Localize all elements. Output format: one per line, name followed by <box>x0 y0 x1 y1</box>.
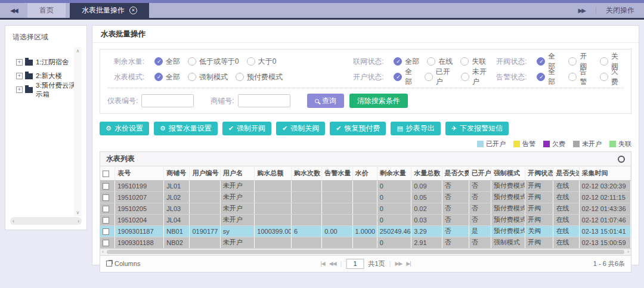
column-header[interactable]: 购水次数 <box>291 166 321 180</box>
table-cell: 预付费模式 <box>491 180 525 191</box>
scroll-left-icon[interactable]: ‹ <box>100 249 106 255</box>
row-checkbox[interactable] <box>103 206 109 212</box>
radio-button[interactable] <box>425 73 433 81</box>
select-all-checkbox[interactable] <box>103 171 109 177</box>
action-button[interactable]: ✔强制开阀 <box>222 122 271 135</box>
column-header[interactable]: 用户名 <box>220 166 255 180</box>
refresh-icon[interactable] <box>618 156 625 163</box>
last-page-icon[interactable]: ▶| <box>406 261 410 267</box>
table-cell <box>322 191 352 203</box>
table-cell: 否 <box>442 203 469 214</box>
action-button[interactable]: ⚙报警水量设置 <box>154 122 218 135</box>
tab-home[interactable]: 首页 <box>27 3 66 18</box>
shop-no-input[interactable] <box>238 94 290 107</box>
column-header[interactable]: 商铺号 <box>164 166 190 180</box>
scroll-down-icon[interactable]: ∨ <box>76 210 80 215</box>
tab-close-icon[interactable]: × <box>129 7 137 14</box>
radio-button[interactable] <box>154 57 163 66</box>
radio-button[interactable] <box>247 57 255 66</box>
tree-horizontal-scrollbar[interactable]: ‹› <box>10 217 82 225</box>
column-header[interactable]: 水量总数 <box>411 166 442 180</box>
tree-node[interactable]: +3:预付费云演示箱 <box>16 83 82 97</box>
scroll-up-icon[interactable]: ∧ <box>76 48 80 54</box>
column-header[interactable]: 是否失连 <box>553 166 579 180</box>
column-header[interactable]: 强制模式 <box>491 166 525 180</box>
radio-button[interactable] <box>188 73 196 81</box>
column-header[interactable]: 购水总额 <box>255 166 292 180</box>
radio-button[interactable] <box>394 57 402 66</box>
action-button[interactable]: ▤抄表导出 <box>391 122 440 135</box>
action-button-label: 水价设置 <box>114 123 143 134</box>
radio-button[interactable] <box>600 57 608 66</box>
area-tree-wrap: +1:江阴宿舍+2:新大楼+3:预付费云演示箱 ∧∨ ‹› <box>10 47 82 225</box>
column-header[interactable]: 是否欠费 <box>442 166 469 180</box>
radio-button[interactable] <box>188 57 196 66</box>
action-button[interactable]: ✈下发报警短信 <box>445 122 509 135</box>
action-button[interactable]: ⚙水价设置 <box>100 122 149 135</box>
first-page-icon[interactable]: |◀ <box>320 261 324 267</box>
close-operations-button[interactable]: 关闭操作 <box>596 5 644 16</box>
expand-icon[interactable]: + <box>16 73 23 79</box>
table-cell <box>322 203 352 214</box>
column-header[interactable]: 开阀状态 <box>525 166 553 180</box>
search-button[interactable]: 查询 <box>307 94 344 108</box>
radio-button[interactable] <box>236 73 244 81</box>
expand-icon[interactable]: + <box>16 86 23 93</box>
column-header[interactable]: 采集时间 <box>579 166 630 180</box>
radio-button[interactable] <box>460 57 469 66</box>
top-tab-bar: ◀◀ 首页 水表批量操作 × ▶▶ 关闭操作 <box>0 0 644 20</box>
table-row[interactable]: 19510204JL04未开户00.03否否预付费模式开阀在线02-12 01:… <box>100 214 631 225</box>
action-button[interactable]: ✔恢复预付费 <box>330 122 386 135</box>
columns-button[interactable]: Columns <box>106 260 140 267</box>
table-cell: 2.91 <box>411 237 442 248</box>
clear-search-button[interactable]: 清除搜索条件 <box>349 94 408 108</box>
table-cell <box>190 180 220 191</box>
radio-button[interactable] <box>568 57 577 66</box>
status-legend: 已开户告警欠费未开户失联 <box>100 140 631 148</box>
column-header[interactable]: 用户编号 <box>190 166 220 180</box>
radio-button[interactable] <box>461 73 469 81</box>
table-row[interactable]: 1909301187NB010190177sy1000399.0060.001.… <box>100 225 631 237</box>
scroll-right-icon[interactable]: › <box>626 249 631 255</box>
expand-icon[interactable]: + <box>16 59 23 66</box>
scrollbar-thumb[interactable] <box>107 250 624 254</box>
column-header[interactable]: 告警水量 <box>322 166 352 180</box>
row-checkbox[interactable] <box>103 194 109 201</box>
column-header[interactable]: 剩余水量 <box>377 166 411 180</box>
radio-button[interactable] <box>427 57 435 66</box>
table-cell: 强制模式 <box>491 237 525 248</box>
row-checkbox[interactable] <box>103 217 109 224</box>
radio-button[interactable] <box>568 73 577 81</box>
column-header[interactable]: 表号 <box>115 166 164 180</box>
row-checkbox[interactable] <box>103 240 109 246</box>
tree-vertical-scrollbar[interactable]: ∧∨ <box>74 47 82 216</box>
table-cell: 否 <box>469 180 491 191</box>
prev-page-icon[interactable]: ◀◀ <box>329 261 336 267</box>
radio-button[interactable] <box>600 73 608 81</box>
radio-button[interactable] <box>154 73 163 81</box>
radio-button[interactable] <box>537 73 545 81</box>
tabs-scroll-left-icon[interactable]: ◀◀ <box>0 3 27 18</box>
meter-no-input[interactable] <box>141 94 194 107</box>
table-cell: 250249.46 <box>377 225 411 237</box>
table-row[interactable]: 1909301188NB02未开户02.91否否强制模式开阀在线02-13 15… <box>100 237 631 248</box>
table-cell: 否 <box>442 214 469 225</box>
scroll-left-icon[interactable]: ‹ <box>13 218 14 224</box>
tab-water-meter-batch[interactable]: 水表批量操作 × <box>70 3 149 18</box>
table-row[interactable]: 19510207JL02未开户00.05否否预付费模式开阀在线02-12 02:… <box>100 191 631 203</box>
table-row[interactable]: 19510199JL01未开户00.09否否预付费模式开阀在线02-12 03:… <box>100 180 631 191</box>
row-checkbox[interactable] <box>103 228 109 235</box>
radio-button[interactable] <box>394 73 402 81</box>
radio-button[interactable] <box>537 57 545 66</box>
table-row[interactable]: 19510205JL03未开户00.02否否预付费模式开阀在线02-12 01:… <box>100 203 631 214</box>
next-page-icon[interactable]: ▶▶ <box>395 261 402 267</box>
page-number-input[interactable] <box>346 259 364 269</box>
row-checkbox[interactable] <box>103 183 109 190</box>
column-header[interactable]: 已开户 <box>469 166 491 180</box>
scroll-right-icon[interactable]: › <box>78 218 79 224</box>
column-header[interactable]: 水价 <box>352 166 377 180</box>
tabs-scroll-right-icon[interactable]: ▶▶ <box>568 7 596 14</box>
action-button[interactable]: ✔强制关阀 <box>276 122 325 135</box>
table-horizontal-scrollbar[interactable]: ‹ › <box>100 249 631 255</box>
tree-node[interactable]: +1:江阴宿舍 <box>16 55 82 69</box>
